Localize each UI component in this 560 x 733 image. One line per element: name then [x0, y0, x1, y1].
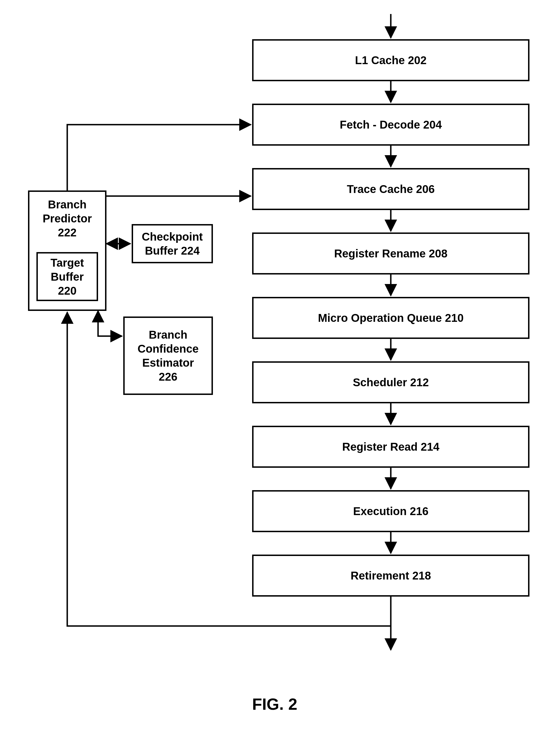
box-scheduler: Scheduler 212 — [252, 361, 529, 403]
box-l1-cache: L1 Cache 202 — [252, 39, 529, 81]
label-target-buffer: Target Buffer 220 — [45, 256, 89, 298]
label-register-read: Register Read 214 — [337, 440, 445, 454]
label-retirement: Retirement 218 — [345, 569, 437, 583]
label-branch-conf-est: Branch Confidence Estimator 226 — [132, 328, 204, 384]
diagram-canvas: L1 Cache 202 Fetch - Decode 204 Trace Ca… — [0, 0, 560, 733]
box-target-buffer: Target Buffer 220 — [36, 252, 98, 301]
label-execution: Execution 216 — [347, 504, 434, 518]
label-micro-op-queue: Micro Operation Queue 210 — [312, 311, 469, 325]
label-checkpoint-buffer: Checkpoint Buffer 224 — [136, 230, 208, 258]
box-fetch-decode: Fetch - Decode 204 — [252, 104, 529, 146]
box-micro-op-queue: Micro Operation Queue 210 — [252, 297, 529, 339]
box-branch-conf-est: Branch Confidence Estimator 226 — [123, 317, 213, 395]
box-register-rename: Register Rename 208 — [252, 233, 529, 275]
box-checkpoint-buffer: Checkpoint Buffer 224 — [132, 224, 213, 263]
box-execution: Execution 216 — [252, 490, 529, 532]
box-trace-cache: Trace Cache 206 — [252, 168, 529, 210]
label-fetch-decode: Fetch - Decode 204 — [334, 118, 448, 132]
label-register-rename: Register Rename 208 — [329, 247, 453, 261]
label-trace-cache: Trace Cache 206 — [341, 182, 440, 196]
label-scheduler: Scheduler 212 — [347, 375, 434, 389]
box-retirement: Retirement 218 — [252, 555, 529, 597]
figure-label: FIG. 2 — [252, 695, 297, 713]
label-branch-predictor: Branch Predictor 222 — [37, 198, 97, 240]
box-register-read: Register Read 214 — [252, 426, 529, 468]
label-l1-cache: L1 Cache 202 — [349, 53, 432, 67]
